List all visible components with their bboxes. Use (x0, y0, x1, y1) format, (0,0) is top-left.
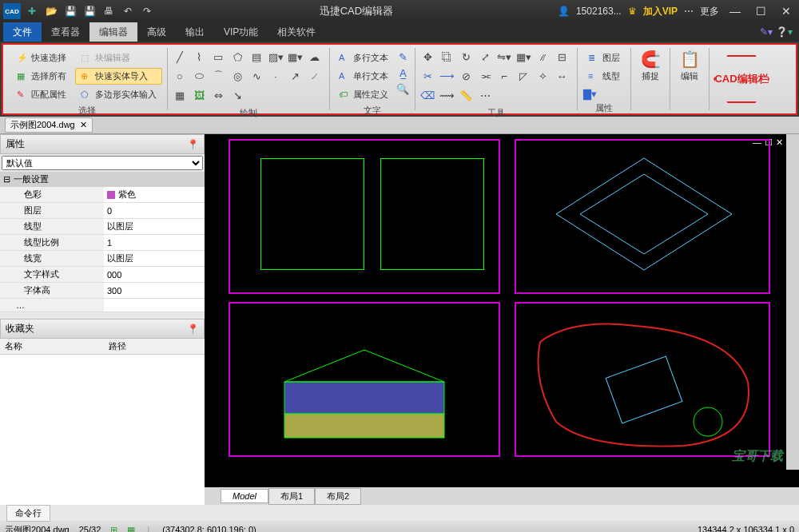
color-icon[interactable]: ▇▾ (582, 86, 597, 101)
close-tab-icon[interactable]: ✕ (80, 120, 87, 130)
circle-icon[interactable]: ○ (173, 69, 187, 83)
help-icon[interactable]: ❔▾ (776, 26, 793, 38)
open-icon[interactable]: 📂 (43, 3, 59, 19)
menu-viewer[interactable]: 查看器 (42, 22, 89, 42)
cmdline-button[interactable]: 命令行 (6, 505, 50, 522)
quick-import-button[interactable]: ⊕快速实体导入 (75, 68, 162, 85)
block-editor-button[interactable]: ⬚块编辑器 (75, 50, 162, 66)
status-grid-icon[interactable]: ▦ (127, 525, 135, 533)
user-icon[interactable]: 👤 (558, 6, 570, 17)
document-tab[interactable]: 示例图2004.dwg ✕ (5, 117, 93, 133)
more-label[interactable]: 更多 (700, 5, 719, 18)
scale-icon[interactable]: ⤢ (478, 50, 492, 64)
status-ortho-icon[interactable]: ⊥ (145, 525, 153, 533)
copy-icon[interactable]: ⿻ (439, 50, 454, 64)
fillet-icon[interactable]: ⌐ (497, 69, 511, 83)
menu-editor[interactable]: 编辑器 (89, 22, 137, 42)
arc-icon[interactable]: ⌒ (211, 69, 225, 83)
linetype-button[interactable]: ≡线型 (582, 68, 626, 85)
maximize-button[interactable]: ☐ (751, 3, 770, 19)
table-icon[interactable]: ▦ (173, 88, 187, 102)
model-tab[interactable]: Model (221, 489, 268, 503)
break-icon[interactable]: ⊘ (459, 69, 473, 83)
minimize-button[interactable]: — (725, 3, 745, 19)
undo-icon[interactable]: ↶ (120, 3, 136, 19)
dim-icon[interactable]: ⇔ (211, 88, 225, 102)
ray-icon[interactable]: ↗ (288, 69, 302, 83)
xline-icon[interactable]: ⟋ (307, 69, 321, 83)
redo-icon[interactable]: ↷ (139, 3, 155, 19)
measure-icon[interactable]: 📏 (459, 88, 473, 102)
trim-icon[interactable]: ✂ (420, 69, 435, 83)
quick-select-button[interactable]: ⚡快速选择 (11, 50, 72, 66)
mtext-button[interactable]: A多行文本 (335, 50, 392, 66)
align-icon[interactable]: ⊟ (555, 50, 569, 64)
drawing-canvas[interactable]: — ☐ ✕ (205, 134, 799, 487)
status-snap-icon[interactable]: ⊞ (110, 525, 117, 533)
pin-icon[interactable]: 📍 (187, 139, 199, 150)
polygon-icon[interactable]: ⬠ (230, 50, 244, 64)
print-icon[interactable]: 🖶 (101, 3, 117, 19)
join-icon[interactable]: ⫘ (478, 69, 492, 83)
close-button[interactable]: ✕ (777, 3, 796, 19)
offset-icon[interactable]: ⫽ (535, 50, 550, 64)
layout2-tab[interactable]: 布局2 (315, 488, 361, 505)
image-icon[interactable]: 🖼 (192, 88, 206, 102)
stretch-icon[interactable]: ↔ (555, 69, 569, 83)
brush-icon[interactable]: ✎▾ (760, 26, 773, 38)
save-icon[interactable]: 💾 (62, 3, 78, 19)
layout1-tab[interactable]: 布局1 (268, 488, 315, 505)
text-edit-icon[interactable]: ✎ (396, 50, 410, 64)
divide-icon[interactable]: ⋯ (478, 88, 492, 102)
pin-icon[interactable]: 📍 (187, 324, 199, 335)
properties-section[interactable]: ⊟ 一般设置 (0, 172, 205, 187)
match-props-button[interactable]: ✎匹配属性 (11, 86, 72, 103)
leader-icon[interactable]: ↘ (230, 88, 244, 102)
menu-output[interactable]: 输出 (176, 22, 214, 42)
default-select[interactable]: 默认值 (2, 156, 203, 170)
vip-button[interactable]: 加入VIP (643, 5, 678, 18)
spline-icon[interactable]: ∿ (249, 69, 264, 83)
chamfer-icon[interactable]: ◸ (516, 69, 531, 83)
vertical-scrollbar[interactable] (786, 134, 799, 470)
array-icon[interactable]: ▦▾ (516, 50, 531, 64)
text-button[interactable]: A单行文本 (335, 68, 392, 85)
line-icon[interactable]: ╱ (173, 50, 187, 64)
polyline-icon[interactable]: ⌇ (192, 50, 206, 64)
menu-vip[interactable]: VIP功能 (214, 22, 268, 42)
rect-icon[interactable]: ▭ (211, 50, 225, 64)
menu-file[interactable]: 文件 (3, 22, 42, 42)
extend-icon[interactable]: ⟶ (439, 69, 454, 83)
crown-icon: ♛ (628, 6, 637, 17)
canvas-close-icon[interactable]: ✕ (776, 137, 783, 148)
text-find-icon[interactable]: 🔍 (396, 81, 410, 96)
layer-button[interactable]: ≣图层 (582, 50, 626, 66)
mirror-icon[interactable]: ⇋▾ (497, 50, 511, 64)
rotate-icon[interactable]: ↻ (459, 50, 473, 64)
ellipse-icon[interactable]: ⬭ (192, 69, 206, 83)
explode-icon[interactable]: ✧ (535, 69, 550, 83)
menu-related[interactable]: 相关软件 (268, 22, 325, 42)
collapse-icon[interactable]: ⊟ (3, 174, 10, 185)
attrdef-button[interactable]: 🏷属性定义 (335, 86, 392, 103)
svg-marker-4 (284, 350, 444, 382)
block-icon[interactable]: ▦▾ (288, 50, 302, 64)
edit-button[interactable]: 📋 编辑 (675, 50, 704, 82)
new-icon[interactable]: ✚ (24, 3, 40, 19)
point-icon[interactable]: · (268, 69, 283, 83)
hatch-icon[interactable]: ▨▾ (268, 50, 283, 64)
text-style-icon[interactable]: A̲ (396, 66, 410, 80)
saveas-icon[interactable]: 💾 (81, 3, 97, 19)
snap-button[interactable]: 🧲 捕捉 (636, 50, 665, 82)
select-all-button[interactable]: ▦选择所有 (11, 68, 72, 85)
erase-icon[interactable]: ⌫ (420, 88, 435, 102)
poly-input-button[interactable]: ⬠多边形实体输入 (75, 86, 162, 103)
move-icon[interactable]: ✥ (420, 50, 435, 64)
donut-icon[interactable]: ◎ (230, 69, 244, 83)
cloud-icon[interactable]: ☁ (307, 50, 321, 64)
pedit-icon[interactable]: ⟿ (439, 88, 454, 102)
more-icon[interactable]: ⋯ (684, 6, 694, 17)
app-icon[interactable]: CAD (3, 3, 21, 19)
menu-advanced[interactable]: 高级 (137, 22, 176, 42)
region-icon[interactable]: ▤ (249, 50, 264, 64)
